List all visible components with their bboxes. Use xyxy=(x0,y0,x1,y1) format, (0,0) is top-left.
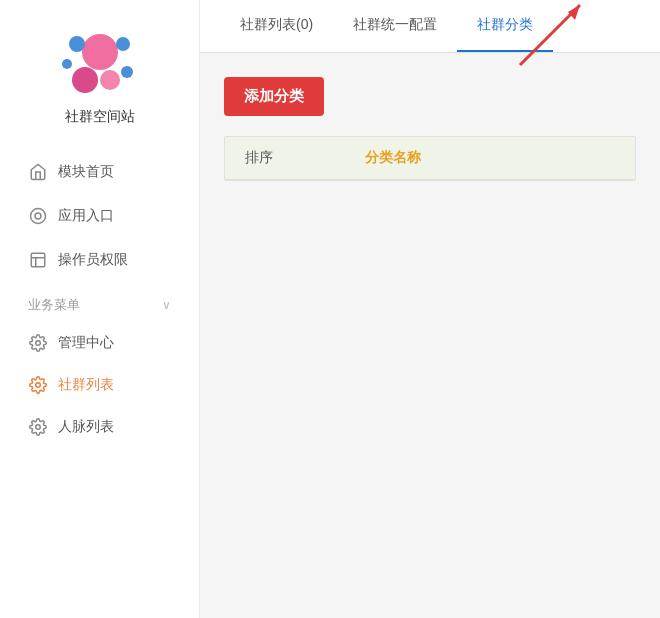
section-label: 业务菜单 xyxy=(28,296,80,314)
gear-icon xyxy=(28,333,48,353)
tab-community-list[interactable]: 社群列表(0) xyxy=(220,0,333,52)
gear-icon-3 xyxy=(28,417,48,437)
sidebar-item-contacts-label: 人脉列表 xyxy=(58,418,114,436)
content-area: 添加分类 排序 分类名称 xyxy=(200,53,660,618)
tab-community-config[interactable]: 社群统一配置 xyxy=(333,0,457,52)
sidebar-item-permission-label: 操作员权限 xyxy=(58,251,128,269)
svg-point-2 xyxy=(116,37,130,51)
table-header: 排序 分类名称 xyxy=(225,137,635,180)
logo-icon xyxy=(55,30,145,100)
tab-community-category[interactable]: 社群分类 xyxy=(457,0,553,52)
sidebar-item-contacts[interactable]: 人脉列表 xyxy=(0,406,199,448)
svg-point-13 xyxy=(36,383,41,388)
svg-point-0 xyxy=(82,34,118,70)
category-table: 排序 分类名称 xyxy=(224,136,636,181)
svg-point-7 xyxy=(31,209,46,224)
app-icon xyxy=(28,206,48,226)
sidebar-item-home[interactable]: 模块首页 xyxy=(0,150,199,194)
svg-point-3 xyxy=(62,59,72,69)
th-category-name: 分类名称 xyxy=(345,137,635,179)
nav-menu: 模块首页 应用入口 操作员权限 业 xyxy=(0,150,199,448)
gear-icon-2 xyxy=(28,375,48,395)
svg-point-6 xyxy=(121,66,133,78)
sidebar-item-management-label: 管理中心 xyxy=(58,334,114,352)
sidebar-item-app-label: 应用入口 xyxy=(58,207,114,225)
chevron-down-icon: ∨ xyxy=(162,298,171,312)
sidebar-item-home-label: 模块首页 xyxy=(58,163,114,181)
sidebar-item-community-list[interactable]: 社群列表 xyxy=(0,364,199,406)
svg-marker-16 xyxy=(568,5,580,20)
sidebar-item-permission[interactable]: 操作员权限 xyxy=(0,238,199,282)
svg-point-1 xyxy=(69,36,85,52)
main-content: 社群列表(0) 社群统一配置 社群分类 添加分类 排序 分类名称 xyxy=(200,0,660,618)
svg-point-5 xyxy=(100,70,120,90)
sidebar-item-community-label: 社群列表 xyxy=(58,376,114,394)
sidebar: 社群空间站 模块首页 应用入口 xyxy=(0,0,200,618)
section-header-business[interactable]: 业务菜单 ∨ xyxy=(0,282,199,322)
site-name: 社群空间站 xyxy=(65,108,135,126)
tabs-bar: 社群列表(0) 社群统一配置 社群分类 xyxy=(200,0,660,53)
svg-point-12 xyxy=(36,341,41,346)
svg-rect-9 xyxy=(31,253,45,267)
th-order: 排序 xyxy=(225,137,345,179)
add-category-button[interactable]: 添加分类 xyxy=(224,77,324,116)
home-icon xyxy=(28,162,48,182)
svg-point-14 xyxy=(36,425,41,430)
permission-icon xyxy=(28,250,48,270)
sidebar-item-app[interactable]: 应用入口 xyxy=(0,194,199,238)
svg-point-8 xyxy=(35,213,41,219)
sidebar-item-management[interactable]: 管理中心 xyxy=(0,322,199,364)
logo-area: 社群空间站 xyxy=(55,0,145,142)
svg-point-4 xyxy=(72,67,98,93)
